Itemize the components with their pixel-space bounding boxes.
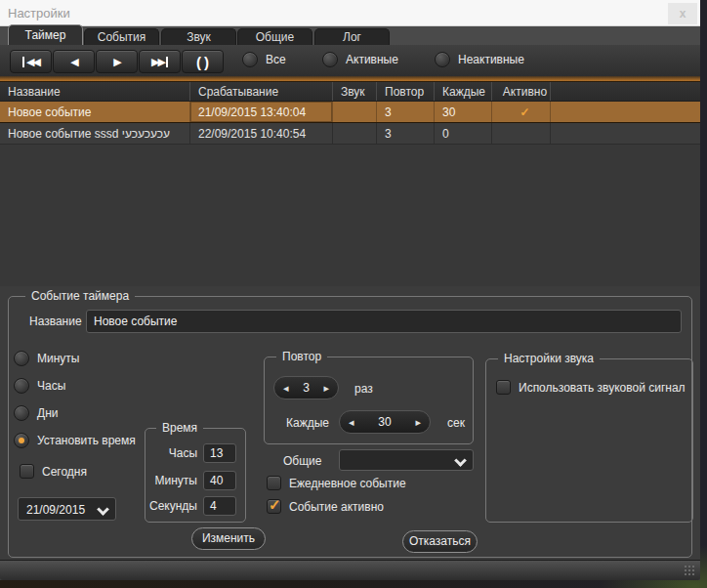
title-bar[interactable]: Настройки x — [0, 0, 700, 26]
status-bar — [0, 560, 700, 580]
radio-icon — [322, 52, 338, 67]
active-check-icon: ✓ — [491, 102, 550, 122]
close-icon[interactable]: x — [668, 3, 697, 24]
apply-button[interactable]: Изменить — [191, 527, 266, 550]
timer-event-group-title: Событие таймера — [25, 289, 135, 303]
general-select[interactable] — [339, 449, 474, 471]
name-label: Название — [29, 315, 82, 328]
settings-window: Настройки x Таймер События Звук Общие Ло… — [0, 0, 700, 580]
radio-icon — [14, 378, 29, 394]
repeat-count-stepper[interactable]: ◂ 3 ▸ — [273, 376, 339, 399]
refresh-icon: () — [193, 54, 212, 70]
spin-left-icon[interactable]: ◂ — [283, 383, 289, 394]
step-forward-button[interactable]: ▶ — [96, 50, 138, 73]
step-back-button[interactable]: ◀ — [53, 50, 95, 73]
radio-icon — [14, 405, 29, 421]
tab-strip: Таймер События Звук Общие Лог — [0, 26, 700, 45]
tab-timer[interactable]: Таймер — [8, 24, 83, 45]
hours-label: Часы — [154, 446, 197, 460]
minutes-label: Минуты — [148, 474, 197, 487]
repeat-every-suffix: сек — [447, 416, 465, 430]
tab-sound[interactable]: Звук — [161, 28, 236, 45]
checkbox-icon: ✓ — [267, 499, 281, 514]
use-sound-checkbox[interactable]: ✓ Использовать звуковой сигнал — [496, 380, 686, 395]
seconds-input[interactable]: 4 — [203, 496, 236, 516]
resize-grip-icon[interactable] — [684, 565, 695, 576]
tab-events[interactable]: События — [84, 28, 159, 45]
event-active-checkbox[interactable]: ✓ Событие активно — [267, 499, 384, 514]
mode-settime-radio[interactable]: Установить время — [14, 433, 136, 448]
filter-active-radio[interactable]: Активные — [322, 52, 398, 67]
filter-all-radio[interactable]: Все — [242, 52, 286, 67]
tab-general[interactable]: Общие — [237, 28, 312, 45]
radio-icon — [14, 351, 29, 366]
radio-icon — [242, 52, 258, 67]
checkbox-icon: ✓ — [496, 380, 511, 395]
skip-first-button[interactable]: ◀◀ — [10, 50, 52, 73]
table-header[interactable]: Название Срабатывание Звук Повтор Каждые… — [0, 82, 700, 102]
checkbox-icon: ✓ — [20, 464, 34, 479]
mode-minutes-radio[interactable]: Минуты — [14, 351, 79, 366]
chevron-down-icon — [456, 456, 464, 464]
table-row[interactable]: Новое событие sssd עכעכעכעי 22/09/2015 1… — [0, 123, 700, 145]
radio-icon — [14, 433, 29, 448]
cancel-button[interactable]: Отказаться — [402, 530, 478, 553]
filter-inactive-radio[interactable]: Неактивные — [435, 52, 524, 67]
daily-event-checkbox[interactable]: ✓ Ежедневное событие — [267, 476, 406, 490]
radio-icon — [435, 52, 450, 67]
checkbox-icon: ✓ — [267, 476, 281, 490]
mode-days-radio[interactable]: Дни — [14, 405, 58, 421]
today-checkbox[interactable]: ✓ Сегодня — [20, 464, 87, 479]
tab-log[interactable]: Лог — [314, 28, 390, 45]
minutes-input[interactable]: 40 — [203, 471, 236, 490]
events-table: Название Срабатывание Звук Повтор Каждые… — [0, 82, 700, 286]
refresh-button[interactable]: () — [182, 50, 224, 73]
general-label: Общие — [283, 454, 321, 468]
seconds-label: Секунды — [143, 499, 197, 513]
active-check-icon — [491, 123, 550, 144]
hours-input[interactable]: 13 — [203, 443, 236, 463]
spin-right-icon[interactable]: ▸ — [415, 417, 421, 428]
repeat-every-label: Каждые — [286, 416, 329, 430]
skip-last-icon — [166, 57, 168, 67]
step-back-icon: ◀ — [70, 56, 76, 68]
sound-settings-title: Настройки звука — [498, 352, 600, 365]
toolbar: ◀◀ ◀ ▶ ▶▶ () Все Активные Неактивные — [0, 45, 700, 76]
repeat-every-stepper[interactable]: ◂ 30 ▸ — [339, 410, 431, 434]
skip-last-button[interactable]: ▶▶ — [139, 50, 181, 73]
time-group-title: Время — [156, 421, 203, 435]
date-select[interactable]: 21/09/2015 — [18, 497, 116, 521]
spin-right-icon[interactable]: ▸ — [323, 383, 329, 394]
mode-hours-radio[interactable]: Часы — [14, 378, 65, 394]
repeat-group-title: Повтор — [276, 350, 327, 363]
chevron-down-icon — [99, 505, 106, 513]
step-forward-icon: ▶ — [113, 56, 119, 68]
table-row[interactable]: Новое событие 21/09/2015 13:40:04 3 30 ✓ — [0, 102, 700, 123]
skip-first-icon — [22, 57, 24, 67]
name-input[interactable]: Новое событие — [86, 310, 682, 333]
repeat-count-suffix: раз — [354, 382, 373, 396]
spin-left-icon[interactable]: ◂ — [349, 417, 354, 428]
window-title: Настройки — [8, 0, 70, 26]
